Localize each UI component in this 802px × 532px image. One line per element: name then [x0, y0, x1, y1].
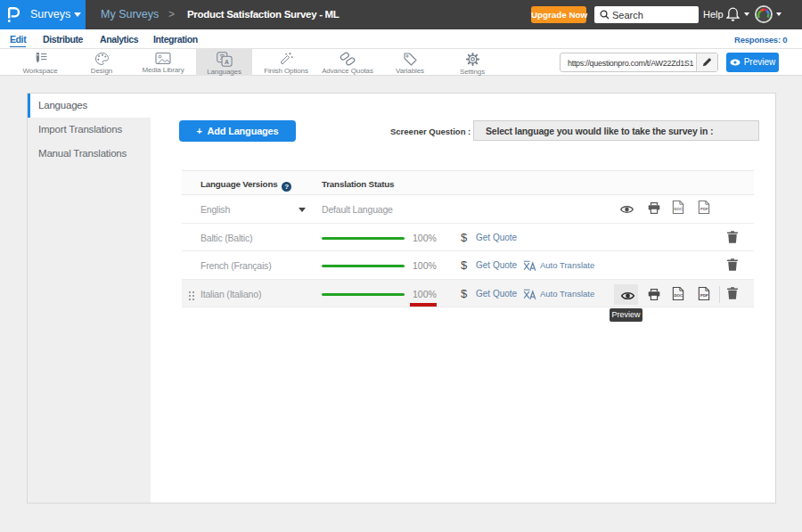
- svg-text:DOC: DOC: [675, 292, 683, 297]
- svg-text:DOC: DOC: [675, 207, 683, 211]
- svg-text:PDF: PDF: [700, 207, 708, 211]
- svg-text:PDF: PDF: [700, 292, 708, 297]
- svg-text:A: A: [225, 59, 229, 65]
